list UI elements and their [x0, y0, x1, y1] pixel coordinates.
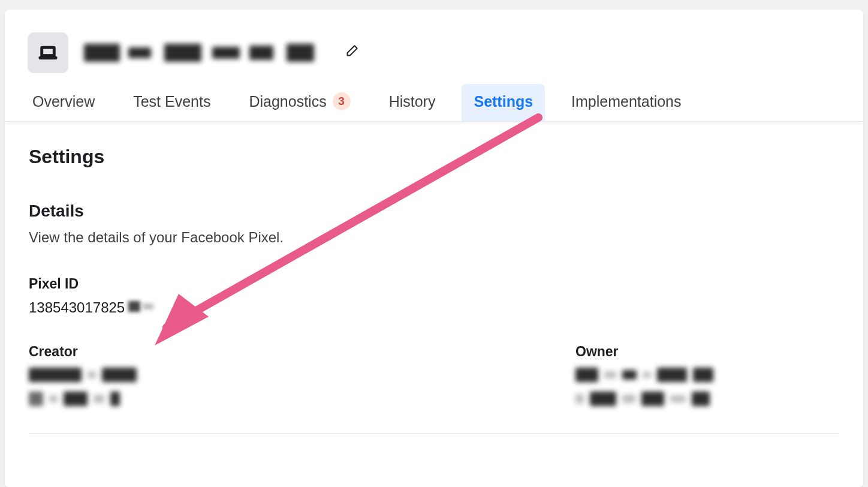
tab-diagnostics[interactable]: Diagnostics 3: [237, 84, 362, 121]
owner-field: Owner: [575, 344, 839, 415]
settings-panel: Overview Test Events Diagnostics 3 Histo…: [5, 10, 863, 487]
tab-test-events[interactable]: Test Events: [121, 84, 222, 121]
tab-history[interactable]: History: [377, 84, 448, 121]
svg-rect-1: [43, 48, 53, 55]
pixel-id-visible-part: 138543017825: [29, 299, 125, 316]
details-description: View the details of your Facebook Pixel.: [29, 229, 839, 246]
pixel-id-label: Pixel ID: [29, 276, 839, 292]
owner-value-redacted: [575, 367, 839, 407]
tab-diagnostics-label: Diagnostics: [249, 93, 326, 110]
creator-label: Creator: [29, 344, 551, 360]
details-heading: Details: [29, 202, 839, 221]
pixel-id-field: Pixel ID 138543017825: [29, 276, 839, 316]
owner-label: Owner: [575, 344, 839, 360]
pixel-id-redacted-part: [125, 301, 155, 314]
creator-field: Creator: [29, 344, 551, 415]
tab-settings[interactable]: Settings: [462, 84, 545, 121]
laptop-icon: [28, 32, 68, 73]
creator-value-redacted: [29, 367, 551, 407]
tab-overview-label: Overview: [32, 93, 95, 110]
svg-rect-2: [40, 57, 56, 59]
content-area: Settings Details View the details of you…: [5, 122, 863, 434]
divider: [29, 433, 839, 434]
tab-bar: Overview Test Events Diagnostics 3 Histo…: [5, 84, 863, 122]
tab-test-events-label: Test Events: [133, 93, 210, 110]
edit-name-button[interactable]: [343, 44, 359, 62]
tab-settings-label: Settings: [474, 93, 533, 110]
panel-header: [5, 10, 863, 84]
creator-owner-row: Creator Owne: [29, 344, 839, 415]
pixel-name-redacted: [83, 43, 330, 63]
tab-implementations[interactable]: Implementations: [559, 84, 693, 121]
title-row: [83, 43, 359, 63]
pixel-id-value: 138543017825: [29, 299, 839, 316]
tab-overview[interactable]: Overview: [20, 84, 107, 121]
tab-implementations-label: Implementations: [571, 93, 681, 110]
page-title: Settings: [29, 146, 839, 168]
diagnostics-badge: 3: [333, 92, 351, 110]
tab-history-label: History: [389, 93, 436, 110]
